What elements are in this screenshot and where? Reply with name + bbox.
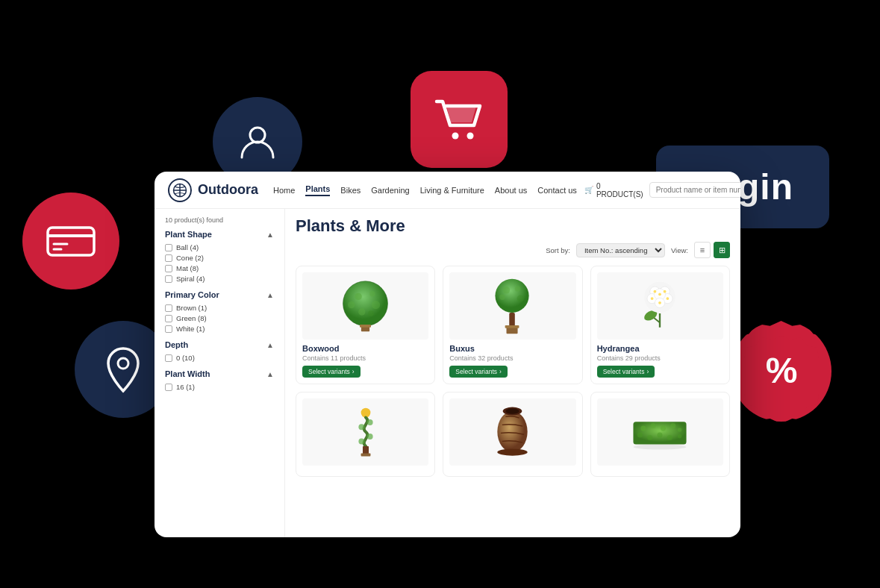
sort-label: Sort by: [546, 246, 570, 254]
cart-count: 0 PRODUCT(S) [596, 182, 645, 198]
filter-item[interactable]: Spiral (4) [165, 275, 274, 283]
filter-depth-header[interactable]: Depth ▲ [165, 340, 274, 349]
svg-point-24 [503, 287, 510, 293]
search-input[interactable] [649, 182, 740, 198]
filter-primary-color: Primary Color ▲ Brown (1) Green (8) Whit… [165, 290, 274, 333]
svg-point-20 [368, 310, 374, 316]
svg-point-46 [658, 301, 661, 304]
card-badge-icon[interactable] [22, 193, 119, 290]
filter-item[interactable]: Cone (2) [165, 254, 274, 262]
sort-select[interactable]: Item No.: ascending [576, 243, 665, 257]
filter-brown-label: Brown (1) [176, 304, 207, 312]
svg-point-43 [651, 297, 654, 300]
main-content: Plants & More Sort by: Item No.: ascendi… [285, 209, 740, 537]
svg-point-25 [515, 286, 521, 292]
svg-point-67 [658, 432, 663, 437]
filter-depth-0-label: 0 (10) [176, 354, 195, 362]
svg-point-66 [647, 435, 652, 440]
svg-point-61 [651, 423, 656, 428]
svg-point-57 [498, 448, 528, 455]
filter-plant-shape-header[interactable]: Plant Shape ▲ [165, 230, 274, 239]
browser-window: Outdoora Home Plants Bikes Gardening Liv… [155, 172, 740, 537]
checkbox-width-16[interactable] [165, 384, 172, 391]
filter-cone-label: Cone (2) [176, 254, 204, 262]
svg-point-48 [366, 419, 372, 425]
filter-item[interactable]: Green (8) [165, 314, 274, 322]
svg-point-58 [634, 444, 687, 449]
product-image-trunk [449, 398, 575, 466]
svg-point-49 [358, 424, 364, 430]
checkbox-brown[interactable] [165, 304, 172, 312]
filter-plant-width: Plant Width ▲ 16 (1) [165, 369, 274, 391]
nav-home[interactable]: Home [273, 186, 295, 195]
svg-point-63 [671, 423, 676, 428]
cart-badge-icon[interactable] [411, 71, 508, 168]
nav-gardening[interactable]: Gardening [371, 186, 409, 195]
filter-width-16-label: 16 (1) [176, 383, 195, 391]
svg-point-54 [498, 411, 528, 452]
filter-depth-chevron: ▲ [266, 341, 274, 349]
view-toggle: ≡ ⊞ [694, 242, 730, 258]
product-image-mat [597, 398, 723, 466]
product-name-hydrangea: Hydrangea [597, 344, 723, 353]
site-header: Outdoora Home Plants Bikes Gardening Liv… [155, 172, 740, 209]
checkbox-green[interactable] [165, 315, 172, 322]
list-view-button[interactable]: ≡ [694, 242, 711, 258]
filter-color-header[interactable]: Primary Color ▲ [165, 290, 274, 299]
nav-bikes[interactable]: Bikes [340, 186, 361, 195]
filter-item[interactable]: 0 (10) [165, 354, 274, 362]
filter-item[interactable]: Ball (4) [165, 243, 274, 251]
svg-text:%: % [765, 351, 797, 390]
svg-point-50 [366, 434, 372, 440]
svg-point-27 [517, 295, 524, 301]
filter-plant-shape-label: Plant Shape [165, 230, 212, 239]
svg-point-68 [667, 435, 673, 440]
nav-contact[interactable]: Contact us [537, 186, 577, 195]
select-variants-boxwood[interactable]: Select variants › [302, 366, 361, 378]
svg-point-65 [637, 432, 643, 437]
svg-point-7 [118, 358, 128, 369]
select-variants-hydrangea[interactable]: Select variants › [597, 366, 655, 378]
filter-width-header[interactable]: Plant Width ▲ [165, 369, 274, 378]
cart-icon-small: 🛒 [584, 186, 593, 194]
product-card-trunk [443, 392, 582, 477]
filter-plant-shape-chevron: ▲ [266, 231, 274, 239]
svg-point-64 [678, 428, 681, 431]
product-image-buxus [449, 272, 575, 340]
product-image-spiral [302, 398, 428, 466]
logo-text: Outdoora [198, 182, 258, 198]
svg-point-1 [466, 132, 473, 139]
checkbox-spiral[interactable] [165, 275, 172, 283]
filter-item[interactable]: 16 (1) [165, 383, 274, 391]
filter-item[interactable]: Brown (1) [165, 304, 274, 312]
user-icon [236, 120, 279, 163]
checkbox-white[interactable] [165, 325, 172, 333]
cart-icon [433, 96, 485, 144]
search-area: 🛒 0 PRODUCT(S) 🔍 [577, 180, 740, 201]
filter-green-label: Green (8) [176, 314, 207, 322]
nav-plants[interactable]: Plants [305, 184, 330, 196]
filter-item[interactable]: White (1) [165, 325, 274, 333]
nav-living[interactable]: Living & Furniture [420, 186, 484, 195]
svg-rect-22 [360, 324, 371, 327]
view-label: View: [671, 246, 688, 254]
cart-header[interactable]: 🛒 0 PRODUCT(S) [584, 182, 645, 198]
svg-rect-53 [361, 453, 370, 456]
grid-view-button[interactable]: ⊞ [714, 242, 730, 258]
checkbox-ball[interactable] [165, 244, 172, 251]
svg-point-0 [452, 132, 458, 139]
nav-about[interactable]: About us [495, 186, 527, 195]
checkbox-cone[interactable] [165, 254, 172, 262]
svg-point-44 [667, 297, 670, 300]
percent-badge-icon[interactable]: % [731, 321, 831, 422]
filter-width-label: Plant Width [165, 369, 210, 378]
filter-item[interactable]: Mat (8) [165, 264, 274, 272]
svg-point-62 [661, 426, 666, 431]
checkbox-depth-0[interactable] [165, 354, 172, 362]
product-desc-buxus: Contains 32 products [449, 354, 575, 362]
filter-depth: Depth ▲ 0 (10) [165, 340, 274, 362]
checkbox-mat[interactable] [165, 265, 172, 272]
product-card-mat [590, 392, 730, 477]
svg-point-42 [664, 290, 667, 293]
select-variants-buxus[interactable]: Select variants › [449, 366, 508, 378]
